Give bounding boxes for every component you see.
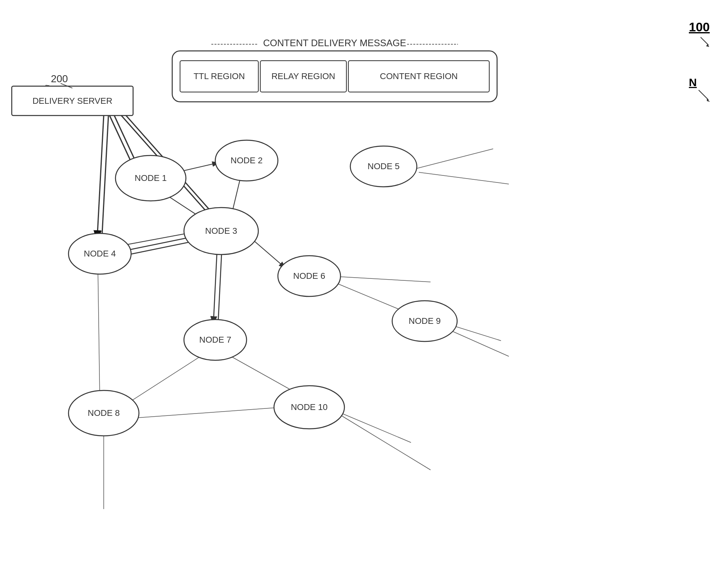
node1-label: NODE 1 xyxy=(135,173,167,183)
figure-number: 100 xyxy=(689,20,710,34)
node9-label: NODE 9 xyxy=(409,316,441,326)
diagram-container: 100 N CONTENT DELIVERY MESSAGE TTL REGIO… xyxy=(0,0,728,587)
svg-line-30 xyxy=(131,407,282,418)
svg-line-27 xyxy=(417,149,493,168)
content-region-label: CONTENT REGION xyxy=(380,71,458,81)
svg-line-24 xyxy=(329,280,399,309)
svg-line-23 xyxy=(218,247,222,325)
diagram-svg: 100 N CONTENT DELIVERY MESSAGE TTL REGIO… xyxy=(0,0,728,587)
svg-line-32 xyxy=(341,415,431,470)
node4-label: NODE 4 xyxy=(84,249,116,258)
svg-line-2 xyxy=(701,37,708,45)
svg-line-31 xyxy=(337,411,411,443)
svg-line-28 xyxy=(419,172,509,184)
ref-200: 200 xyxy=(51,73,68,85)
svg-marker-3 xyxy=(706,44,709,47)
svg-line-33 xyxy=(98,266,100,399)
node6-label: NODE 6 xyxy=(293,271,325,281)
ttl-region-label: TTL REGION xyxy=(193,71,245,81)
relay-region-label: RELAY REGION xyxy=(271,71,335,81)
n-label: N xyxy=(689,76,697,89)
svg-marker-5 xyxy=(707,99,710,102)
svg-line-4 xyxy=(699,90,708,100)
svg-line-22 xyxy=(213,247,217,325)
delivery-server-label: DELIVERY SERVER xyxy=(32,96,112,106)
svg-line-34 xyxy=(121,354,204,407)
node8-label: NODE 8 xyxy=(88,408,120,418)
svg-line-36 xyxy=(329,276,431,282)
content-delivery-message-label: CONTENT DELIVERY MESSAGE xyxy=(263,38,406,48)
svg-line-35 xyxy=(231,356,297,394)
node5-label: NODE 5 xyxy=(368,161,400,171)
node2-label: NODE 2 xyxy=(231,155,263,165)
node3-label: NODE 3 xyxy=(205,226,237,236)
ref-200-tilde: ~ xyxy=(45,81,50,90)
node7-label: NODE 7 xyxy=(199,335,231,345)
node10-label: NODE 10 xyxy=(291,402,328,412)
